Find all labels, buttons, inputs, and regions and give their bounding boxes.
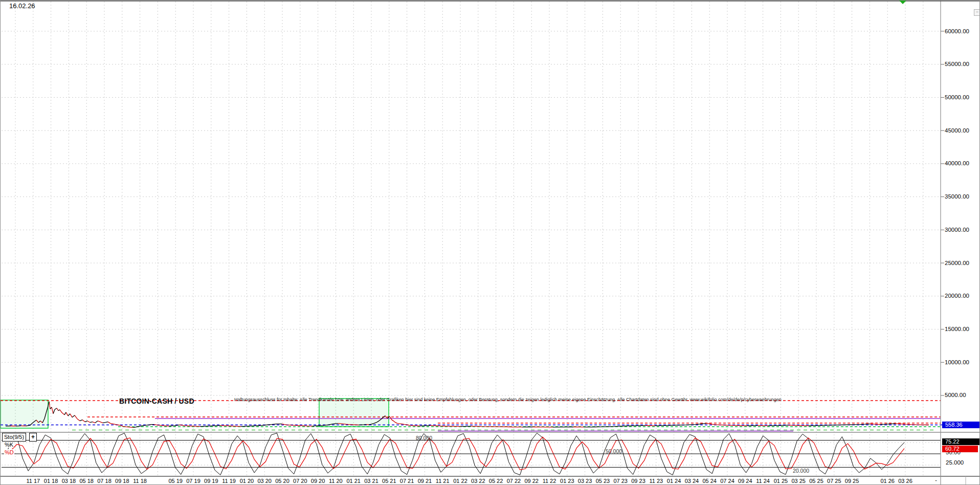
time-axis-label: 03 18 xyxy=(62,478,76,484)
time-axis-label: 07 19 xyxy=(186,478,201,484)
price-axis-tick-label: 55000.00 xyxy=(945,61,978,67)
highlight-box[interactable] xyxy=(319,399,389,427)
time-axis-label: 09 23 xyxy=(631,478,645,484)
time-axis-label: 11 18 xyxy=(133,478,147,484)
time-axis-label: 09 20 xyxy=(311,478,325,484)
time-axis-label: 01 25 xyxy=(774,478,788,484)
time-axis-label: 11 23 xyxy=(649,478,663,484)
time-axis-collapse-button[interactable]: - xyxy=(932,477,940,484)
time-axis-label: 07 21 xyxy=(400,478,414,484)
time-axis-label: 03 25 xyxy=(791,478,806,484)
sto-axis-tick-25: 25.000 xyxy=(946,459,964,466)
time-axis-label: 07 18 xyxy=(97,478,112,484)
time-axis-label: 03 21 xyxy=(364,478,378,484)
time-axis-label: 01 18 xyxy=(44,478,58,484)
current-price-badge: 558.36 xyxy=(942,422,980,428)
price-line-down xyxy=(11,402,929,428)
price-line-up xyxy=(6,402,896,428)
time-axis-label: 05 25 xyxy=(809,478,823,484)
time-axis-label: 05 21 xyxy=(382,478,396,484)
time-axis-label: 01 21 xyxy=(346,478,361,484)
time-axis-label: 07 25 xyxy=(827,478,841,484)
time-axis-label: 09 18 xyxy=(115,478,129,484)
time-axis-label: 09 25 xyxy=(845,478,859,484)
time-axis-label: 05 23 xyxy=(596,478,610,484)
sto-guide-label[interactable]: 80.000 xyxy=(416,435,432,441)
d-value-badge: 60.72 xyxy=(942,446,978,452)
time-axis-label: 07 20 xyxy=(293,478,307,484)
time-axis-label: 09 19 xyxy=(204,478,218,484)
sto-guide-label[interactable]: 20.000 xyxy=(793,468,809,474)
time-axis-label: 11 21 xyxy=(436,478,450,484)
price-axis-tick-label: 5000.00 xyxy=(945,392,978,398)
price-axis-collapse-button[interactable]: − xyxy=(974,9,980,16)
price-axis-tick-label: 25000.00 xyxy=(945,260,978,266)
k-line-label: %K xyxy=(4,442,14,448)
time-axis-label: 03 20 xyxy=(257,478,272,484)
price-axis-tick-label: 40000.00 xyxy=(945,160,978,166)
price-axis-tick-label: 45000.00 xyxy=(945,127,978,134)
time-axis-label: 01 23 xyxy=(560,478,574,484)
price-axis-tick-label: 60000.00 xyxy=(945,28,978,34)
indicator-settings-button[interactable]: Sto(9/5) xyxy=(2,433,26,442)
price-axis-tick-label: 50000.00 xyxy=(945,94,978,100)
chart-plot-area[interactable] xyxy=(1,1,980,485)
chart-title: BITCOIN-CASH / USD xyxy=(119,397,194,405)
sto-guide-label[interactable]: 50.000 xyxy=(606,448,622,454)
time-axis-label: 05 19 xyxy=(168,478,183,484)
time-axis-label: 05 20 xyxy=(275,478,289,484)
highlight-box[interactable] xyxy=(1,400,48,428)
time-axis-label: 09 22 xyxy=(524,478,539,484)
time-axis-label: 11 19 xyxy=(222,478,236,484)
time-axis-label: 03 23 xyxy=(578,478,592,484)
time-axis-label: 01 26 xyxy=(880,478,895,484)
time-axis-label: 03 24 xyxy=(685,478,699,484)
time-axis-label: 11 17 xyxy=(26,478,40,484)
indicator-add-button[interactable]: + xyxy=(29,433,37,442)
time-axis-label: 05 22 xyxy=(489,478,503,484)
trading-chart-window: 16.02.26 BITCOIN-CASH / USD Haftungsauss… xyxy=(0,0,980,485)
price-axis-tick-label: 15000.00 xyxy=(945,326,978,332)
time-axis-label: 07 22 xyxy=(507,478,521,484)
price-axis-tick-label: 20000.00 xyxy=(945,293,978,299)
time-axis-label: 03 26 xyxy=(898,478,912,484)
time-axis-label: 07 23 xyxy=(613,478,628,484)
time-axis-label: 05 24 xyxy=(702,478,717,484)
time-axis-label: 01 20 xyxy=(240,478,254,484)
time-axis-label: 09 21 xyxy=(418,478,432,484)
d-line-label: %D xyxy=(4,449,14,455)
time-axis-label: 07 24 xyxy=(720,478,734,484)
time-axis-label: 05 18 xyxy=(79,478,94,484)
time-axis-label: 11 22 xyxy=(543,478,556,484)
price-axis-tick-label: 35000.00 xyxy=(945,193,978,200)
time-axis-label: 11 20 xyxy=(329,478,343,484)
time-axis-label: 09 24 xyxy=(738,478,752,484)
disclaimer-text: Haftungsausschluss für Inhalte: Alle Tre… xyxy=(234,397,802,402)
price-axis-tick-label: 10000.00 xyxy=(945,359,978,365)
time-axis-label: 01 22 xyxy=(453,478,467,484)
time-axis-label: 03 22 xyxy=(471,478,485,484)
price-axis-tick-label: 30000.00 xyxy=(945,227,978,233)
time-axis-label: 01 24 xyxy=(667,478,681,484)
date-stamp: 16.02.26 xyxy=(9,2,35,10)
time-axis-label: 11 24 xyxy=(756,478,770,484)
k-value-badge: 75.22 xyxy=(942,438,980,445)
